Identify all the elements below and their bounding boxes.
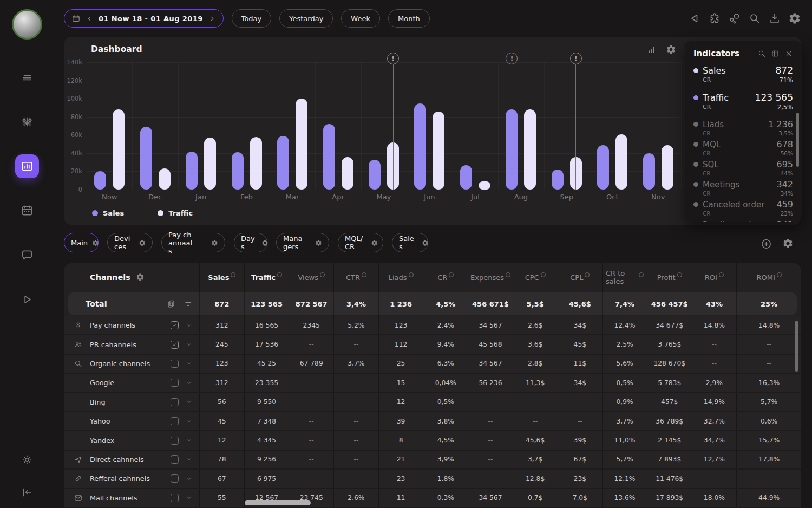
chevron-left-icon[interactable]	[86, 15, 94, 23]
indicator-liads[interactable]: Liads1 236CR3,5%	[693, 119, 793, 136]
back-icon[interactable]	[688, 12, 701, 25]
sidebar-item-chat[interactable]	[15, 243, 39, 267]
table-icon[interactable]	[771, 49, 780, 58]
row-checkbox[interactable]	[171, 417, 179, 425]
row-checkbox[interactable]	[171, 494, 179, 502]
channels-settings-icon[interactable]	[136, 273, 145, 282]
chevron-down-icon[interactable]	[185, 494, 193, 502]
filter-chip-days[interactable]: Days	[234, 233, 267, 252]
pages-icon[interactable]: 2	[166, 299, 176, 309]
annotation-marker[interactable]: !	[570, 53, 582, 64]
chevron-down-icon[interactable]	[185, 418, 193, 425]
chip-gear-icon[interactable]	[315, 239, 322, 246]
filter-chip-mql-cr[interactable]: MQL/CR	[338, 233, 383, 252]
indicator-pending-order[interactable]: Pending order342	[693, 219, 793, 222]
column-header-ctr[interactable]: CTR	[333, 263, 378, 291]
column-header-liads[interactable]: Liads	[378, 263, 423, 291]
indicator-sales[interactable]: Sales872CR71%	[693, 65, 793, 84]
share-icon[interactable]	[728, 12, 741, 25]
row-checkbox[interactable]	[171, 474, 179, 483]
column-header-roi[interactable]: ROI	[692, 263, 737, 291]
column-header-romi[interactable]: ROMI	[736, 263, 801, 291]
download-icon[interactable]	[768, 12, 781, 25]
column-header-sales[interactable]: Sales	[199, 263, 244, 291]
chart-settings-icon[interactable]	[666, 44, 676, 55]
info-icon[interactable]	[320, 272, 325, 277]
sidebar-item-filters[interactable]	[15, 110, 39, 134]
indicator-meetings[interactable]: Meetings342CR34%	[693, 179, 793, 197]
chip-gear-icon[interactable]	[261, 239, 269, 246]
chip-gear-icon[interactable]	[211, 239, 218, 246]
filter-chip-managers[interactable]: Managers	[276, 233, 329, 252]
chevron-down-icon[interactable]	[185, 437, 193, 444]
row-checkbox[interactable]	[171, 360, 179, 368]
info-icon[interactable]	[231, 272, 235, 277]
chevron-down-icon[interactable]	[185, 379, 193, 387]
column-header-cpc[interactable]: CPC	[513, 263, 558, 291]
filter-chip-sales[interactable]: Sales	[392, 233, 428, 252]
row-checkbox[interactable]	[171, 321, 179, 329]
column-header-cr[interactable]: CR	[423, 263, 468, 291]
chevron-down-icon[interactable]	[185, 322, 193, 329]
info-icon[interactable]	[639, 272, 644, 277]
extensions-icon[interactable]	[708, 12, 721, 25]
chevron-down-icon[interactable]	[185, 475, 193, 483]
table-vertical-scrollbar[interactable]	[795, 321, 798, 372]
sidebar-item-collapse[interactable]	[18, 483, 36, 502]
info-icon[interactable]	[277, 272, 282, 277]
row-checkbox[interactable]	[171, 398, 179, 406]
info-icon[interactable]	[506, 272, 510, 277]
month-button[interactable]: Month	[388, 9, 430, 28]
yestarday-button[interactable]: Yestarday	[279, 9, 333, 28]
chip-gear-icon[interactable]	[371, 239, 378, 246]
info-icon[interactable]	[585, 272, 590, 277]
sidebar-item-brightness[interactable]	[18, 451, 36, 469]
add-filter-button[interactable]	[760, 238, 772, 250]
week-button[interactable]: Week	[341, 9, 380, 28]
indicators-scrollbar[interactable]	[796, 113, 799, 167]
legend-item-sales[interactable]: Sales	[92, 209, 124, 217]
sidebar-item-dashboard[interactable]	[15, 154, 39, 178]
info-icon[interactable]	[449, 272, 454, 277]
table-horizontal-scrollbar[interactable]	[245, 500, 311, 505]
chevron-down-icon[interactable]	[185, 455, 193, 463]
chevron-down-icon[interactable]	[185, 398, 193, 406]
row-checkbox[interactable]	[171, 437, 179, 445]
row-checkbox[interactable]	[171, 455, 179, 464]
indicator-sql[interactable]: SQL695CR44%	[693, 159, 793, 177]
search-icon[interactable]	[757, 49, 766, 58]
chip-gear-icon[interactable]	[139, 239, 146, 246]
sidebar-item-menu[interactable]	[15, 66, 39, 89]
chevron-right-icon[interactable]	[208, 15, 216, 23]
legend-item-traffic[interactable]: Traffic	[158, 209, 193, 217]
filter-icon[interactable]	[184, 299, 193, 309]
indicator-canceled-order[interactable]: Canceled order459CR23%	[693, 199, 793, 217]
row-checkbox[interactable]	[171, 341, 179, 349]
info-icon[interactable]	[362, 272, 366, 277]
close-icon[interactable]	[784, 49, 793, 58]
column-header-profit[interactable]: Profit	[647, 263, 692, 291]
annotation-marker[interactable]: !	[387, 53, 399, 64]
sidebar-item-calendar[interactable]	[15, 199, 39, 223]
column-header-traffic[interactable]: Traffic	[244, 263, 289, 291]
column-header-expenses[interactable]: Expenses	[468, 263, 513, 291]
filter-chip-devices[interactable]: Devices	[107, 233, 153, 252]
annotation-marker[interactable]: !	[506, 53, 518, 64]
indicator-traffic[interactable]: Traffic123 565CR2,5%	[693, 92, 793, 111]
date-range-picker[interactable]: 01 Now 18 - 01 Aug 2019	[64, 9, 224, 28]
chip-gear-icon[interactable]	[422, 239, 429, 246]
chip-gear-icon[interactable]	[92, 239, 99, 246]
info-icon[interactable]	[677, 272, 682, 277]
settings-icon[interactable]	[788, 12, 801, 25]
avatar[interactable]	[12, 9, 42, 40]
chart-type-icon[interactable]	[646, 44, 657, 55]
filter-chip-pay-channaals[interactable]: Pay channaals	[161, 233, 225, 252]
info-icon[interactable]	[777, 272, 782, 277]
info-icon[interactable]	[409, 272, 414, 277]
column-header-cpl[interactable]: CPL	[558, 263, 603, 291]
chevron-down-icon[interactable]	[185, 341, 193, 348]
sidebar-item-play[interactable]	[15, 288, 39, 311]
filter-chip-main[interactable]: Main	[64, 233, 99, 252]
chevron-down-icon[interactable]	[185, 360, 193, 367]
today-button[interactable]: Today	[232, 9, 272, 28]
